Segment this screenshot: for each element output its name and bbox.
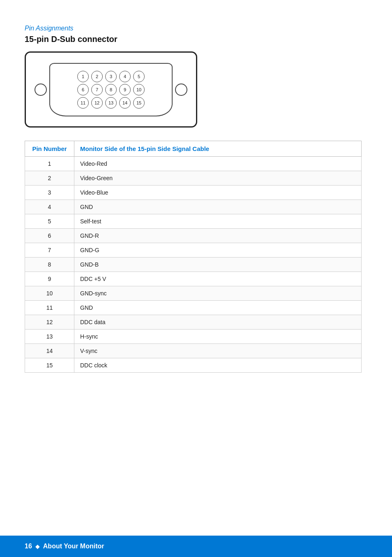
pin-number-cell: 14 — [25, 344, 74, 358]
pin-number-cell: 12 — [25, 315, 74, 330]
table-row: 4GND — [25, 200, 362, 214]
connector-right-pin — [175, 84, 187, 96]
connector-title: 15-pin D-Sub connector — [25, 35, 367, 44]
pin-11: 11 — [77, 97, 89, 109]
col-signal-header: Monitor Side of the 15-pin Side Signal C… — [74, 141, 362, 157]
pin-number-cell: 15 — [25, 358, 74, 373]
pin-row-1: 1 2 3 4 5 — [77, 71, 145, 82]
col-pin-number-header: Pin Number — [25, 141, 74, 157]
table-row: 12DDC data — [25, 315, 362, 330]
pin-number-cell: 4 — [25, 200, 74, 214]
pin-3: 3 — [105, 71, 117, 82]
connector-shell: 1 2 3 4 5 6 7 8 9 10 11 12 13 14 15 — [49, 63, 173, 116]
table-row: 11GND — [25, 301, 362, 315]
signal-name-cell: GND-R — [74, 229, 362, 243]
pin-number-cell: 5 — [25, 214, 74, 229]
signal-name-cell: DDC clock — [74, 358, 362, 373]
table-row: 6GND-R — [25, 229, 362, 243]
page-footer: 16 ◆ About Your Monitor — [0, 536, 392, 557]
pin-6: 6 — [77, 84, 89, 95]
pin-12: 12 — [91, 97, 103, 109]
table-row: 9DDC +5 V — [25, 272, 362, 286]
table-row: 10GND-sync — [25, 286, 362, 301]
signal-name-cell: GND-sync — [74, 286, 362, 301]
pin-row-3: 11 12 13 14 15 — [77, 97, 145, 109]
signal-name-cell: V-sync — [74, 344, 362, 358]
pin-number-cell: 11 — [25, 301, 74, 315]
table-row: 7GND-G — [25, 243, 362, 258]
pin-8: 8 — [105, 84, 117, 95]
section-title: Pin Assignments — [25, 25, 367, 32]
pin-13: 13 — [105, 97, 117, 109]
table-row: 5Self-test — [25, 214, 362, 229]
pin-7: 7 — [91, 84, 103, 95]
pin-number-cell: 7 — [25, 243, 74, 258]
footer-diamond: ◆ — [35, 543, 40, 550]
pin-10: 10 — [133, 84, 145, 95]
pin-row-2: 6 7 8 9 10 — [77, 84, 145, 95]
pin-number-cell: 6 — [25, 229, 74, 243]
signal-name-cell: GND — [74, 301, 362, 315]
table-row: 2Video-Green — [25, 171, 362, 186]
pin-2: 2 — [91, 71, 103, 82]
signal-name-cell: Video-Blue — [74, 186, 362, 200]
table-row: 13H-sync — [25, 330, 362, 344]
pin-number-cell: 1 — [25, 157, 74, 171]
pin-number-cell: 10 — [25, 286, 74, 301]
signal-name-cell: Video-Green — [74, 171, 362, 186]
table-header-row: Pin Number Monitor Side of the 15-pin Si… — [25, 141, 362, 157]
pin-4: 4 — [119, 71, 131, 82]
connector-diagram: 1 2 3 4 5 6 7 8 9 10 11 12 13 14 15 — [25, 51, 197, 128]
table-row: 8GND-B — [25, 258, 362, 272]
signal-name-cell: H-sync — [74, 330, 362, 344]
signal-name-cell: GND — [74, 200, 362, 214]
pin-number-cell: 8 — [25, 258, 74, 272]
pin-9: 9 — [119, 84, 131, 95]
pin-number-cell: 13 — [25, 330, 74, 344]
pin-1: 1 — [77, 71, 89, 82]
pin-number-cell: 9 — [25, 272, 74, 286]
table-row: 15DDC clock — [25, 358, 362, 373]
signal-name-cell: Video-Red — [74, 157, 362, 171]
signal-name-cell: GND-B — [74, 258, 362, 272]
footer-page-number: 16 — [25, 543, 32, 550]
pin-14: 14 — [119, 97, 131, 109]
table-row: 3Video-Blue — [25, 186, 362, 200]
pin-table: Pin Number Monitor Side of the 15-pin Si… — [25, 141, 362, 373]
signal-name-cell: DDC +5 V — [74, 272, 362, 286]
connector-left-pin — [35, 84, 47, 96]
pin-number-cell: 2 — [25, 171, 74, 186]
table-row: 14V-sync — [25, 344, 362, 358]
pin-5: 5 — [133, 71, 145, 82]
signal-name-cell: GND-G — [74, 243, 362, 258]
table-row: 1Video-Red — [25, 157, 362, 171]
pin-number-cell: 3 — [25, 186, 74, 200]
signal-name-cell: DDC data — [74, 315, 362, 330]
signal-name-cell: Self-test — [74, 214, 362, 229]
pin-15: 15 — [133, 97, 145, 109]
footer-label: About Your Monitor — [43, 543, 104, 550]
